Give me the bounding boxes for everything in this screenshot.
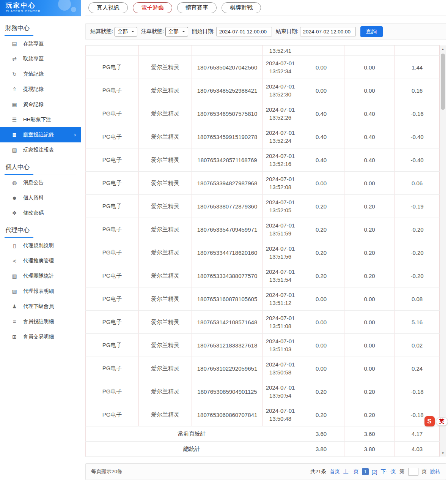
next-page-link[interactable]: 下一页 — [381, 468, 396, 475]
cell-game: 爱尔兰精灵 — [139, 172, 192, 195]
cell-order-no: 1807653334388077570 — [192, 264, 263, 287]
section-title: 個人中心 — [5, 163, 76, 175]
cell-datetime: 2024-07-0113:51:08 — [263, 311, 298, 334]
tab-0[interactable]: 真人視訊 — [88, 2, 128, 13]
sidebar-item[interactable]: ≡會員投註明細 — [0, 314, 81, 329]
sidebar-item[interactable]: ▥代理團隊統計 — [0, 268, 81, 284]
cell-order-no: 1807653085904901125 — [192, 380, 263, 403]
cell-provider: PG电子 — [86, 218, 139, 241]
sidebar-item[interactable]: ⇧提現記錄 — [0, 82, 81, 97]
sidebar-item-label: 廳室投註記錄 — [23, 131, 54, 138]
scrollbar-up-icon[interactable]: ▲ — [440, 46, 446, 52]
translate-badge[interactable]: S 英 — [424, 416, 448, 426]
scrollbar-down-icon[interactable]: ▼ — [440, 450, 446, 456]
page-link[interactable]: [2] — [371, 469, 377, 475]
translator-logo-icon[interactable]: S — [424, 416, 435, 426]
sidebar-item[interactable]: ⊞會員交易明細 — [0, 329, 81, 344]
tab-1[interactable]: 電子遊藝 — [133, 2, 172, 13]
sidebar-item-label: 玩家投注報表 — [23, 147, 54, 153]
cell-bet-amount: 0.20 — [298, 241, 344, 264]
sidebar-item[interactable]: ☻個人資料 — [0, 190, 81, 205]
cell-provider: PG电子 — [86, 403, 139, 426]
sidebar-item-label: 消息公告 — [23, 179, 44, 186]
summary-label: 總統計 — [86, 442, 298, 457]
cell-valid-bet: 0.20 — [344, 195, 395, 218]
chevron-down-icon — [131, 31, 134, 34]
cell-order-no: 1807653142108571648 — [192, 311, 263, 334]
cell-order-no: 1807653459915190278 — [192, 125, 263, 148]
cell-order-no: 1807653344718620160 — [192, 241, 263, 264]
prev-page-link[interactable]: 上一页 — [343, 468, 359, 475]
total-count-text: 共21条 — [310, 468, 326, 475]
sidebar-item[interactable]: ◍消息公告 — [0, 175, 81, 190]
cell-game: 爱尔兰精灵 — [139, 264, 192, 287]
sidebar-item-label: HH彩票下注 — [23, 116, 51, 123]
jump-page-input[interactable] — [408, 468, 418, 476]
cell-order-no: 1807653160878105605 — [192, 287, 263, 311]
sidebar-item[interactable]: ♟代理下級會員 — [0, 299, 81, 314]
cell-datetime: 2024-07-0113:51:03 — [263, 334, 298, 357]
sidebar-item-label: 取款專區 — [23, 55, 44, 62]
sidebar-item-label: 會員投註明細 — [23, 318, 54, 325]
sidebar-item[interactable]: ▯代理規則說明 — [0, 238, 81, 253]
cell-bet-amount: 0.20 — [298, 264, 344, 287]
tab-3[interactable]: 棋牌對戰 — [222, 2, 261, 13]
cell-datetime: 2024-07-0113:50:48 — [263, 403, 298, 426]
sidebar-item[interactable]: ▤存款專區 — [0, 36, 81, 51]
cell-profit — [395, 46, 440, 56]
bell-icon: ◍ — [11, 180, 17, 186]
table-row: PG电子爱尔兰精灵18076533547094599712024-07-0113… — [86, 218, 440, 241]
sidebar-item[interactable]: ☰HH彩票下注 — [0, 112, 81, 127]
table-row: PG电子爱尔兰精灵18076533807728793602024-07-0113… — [86, 195, 440, 218]
sidebar-header: 玩家中心 PLAYERS CENTER — [0, 0, 81, 16]
chevron-down-icon — [182, 31, 185, 34]
table-row: PG电子爱尔兰精灵18076533948279879682024-07-0113… — [86, 172, 440, 195]
cell-provider: PG电子 — [86, 264, 139, 287]
cell-bet-amount: 0.20 — [298, 380, 344, 403]
first-page-link[interactable]: 首页 — [330, 468, 340, 475]
cell-profit: -0.20 — [395, 241, 440, 264]
cell-profit: -0.16 — [395, 102, 440, 125]
translate-language-label[interactable]: 英 — [436, 417, 448, 426]
cell-datetime: 2024-07-0113:52:08 — [263, 172, 298, 195]
cell-profit: -0.20 — [395, 218, 440, 241]
sidebar-item[interactable]: ⇄取款專區 — [0, 51, 81, 66]
cell-valid-bet: 0.00 — [344, 334, 395, 357]
settle-status-value: 全部 — [118, 28, 128, 35]
sidebar-item[interactable]: ≣廳室投註記錄› — [0, 127, 81, 142]
order-status-label: 注單狀態: — [141, 28, 164, 35]
sidebar-item[interactable]: ≺代理推廣管理 — [0, 253, 81, 268]
end-date-label: 結束日期: — [276, 28, 299, 35]
cell-provider: PG电子 — [86, 241, 139, 264]
cell-game: 爱尔兰精灵 — [139, 218, 192, 241]
current-page-indicator[interactable]: 1 — [362, 468, 369, 475]
sidebar-item[interactable]: ▨代理報表明細 — [0, 284, 81, 299]
sidebar-item[interactable]: ✻修改密碼 — [0, 205, 81, 221]
cell-valid-bet: 0.00 — [344, 172, 395, 195]
sidebar-item[interactable]: ▦資金記錄 — [0, 97, 81, 112]
cell-bet-amount: 0.00 — [298, 172, 344, 195]
settle-status-select[interactable]: 全部 — [115, 27, 137, 36]
tab-2[interactable]: 體育賽事 — [177, 2, 217, 13]
pagination-bar: 每頁顯示20條 共21条 首页 上一页 1[2] 下一页 第 页 跳转 — [85, 463, 446, 480]
table-row: PG电子爱尔兰精灵18076533447186201602024-07-0113… — [86, 241, 440, 264]
cell-order-no: 1807653060860707841 — [192, 403, 263, 426]
cell-game: 爱尔兰精灵 — [139, 241, 192, 264]
summary-valid: 3.80 — [344, 442, 395, 457]
jump-button[interactable]: 跳转 — [430, 468, 440, 475]
end-date-input[interactable] — [300, 27, 356, 36]
cell-valid-bet: 0.00 — [344, 287, 395, 311]
order-status-select[interactable]: 全部 — [165, 27, 188, 36]
sidebar-item[interactable]: ↻充值記錄 — [0, 66, 81, 82]
table-row: PG电子爱尔兰精灵18076530608607078412024-07-0113… — [86, 403, 440, 426]
table-row-partial: 13:52:41 — [86, 46, 440, 56]
cell-profit: -0.18 — [395, 380, 440, 403]
recharge-record-icon: ↻ — [11, 71, 17, 77]
cell-datetime: 2024-07-0113:52:16 — [263, 148, 298, 172]
cell-order-no: 1807653504207042560 — [192, 56, 263, 79]
search-button[interactable]: 查詢 — [360, 26, 383, 37]
sidebar-item[interactable]: ▧玩家投注報表 — [0, 142, 81, 158]
scrollbar-thumb[interactable] — [441, 54, 445, 110]
start-date-input[interactable] — [216, 27, 272, 36]
table-scrollbar[interactable]: ▲ ▼ — [440, 46, 446, 456]
